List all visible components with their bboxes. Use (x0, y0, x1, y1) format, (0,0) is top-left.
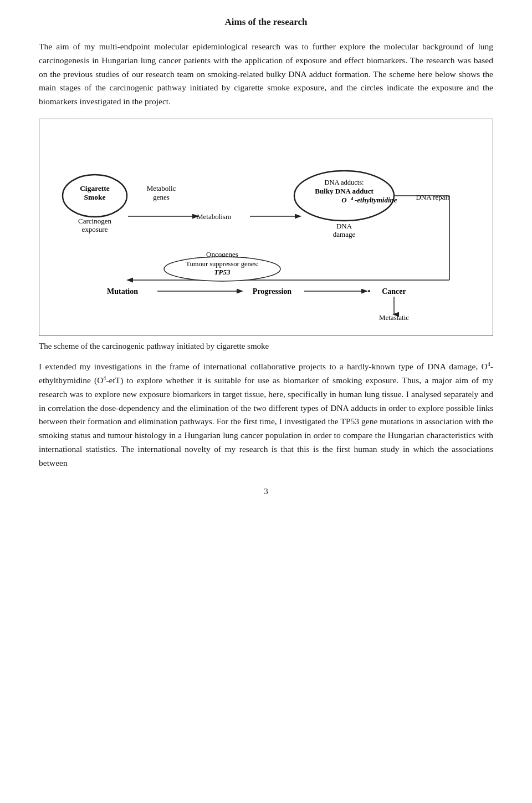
svg-text:Carcinogen: Carcinogen (78, 217, 111, 225)
svg-text:Metastatic: Metastatic (379, 313, 409, 322)
carcinogenic-pathway-diagram: Cigarette Smoke Carcinogen exposure Meta… (50, 136, 494, 324)
svg-text:Metabolism: Metabolism (197, 212, 231, 221)
svg-text:Cancer: Cancer (382, 287, 406, 296)
svg-text:genes: genes (386, 322, 402, 324)
paragraph-2: I extended my investigations in the fram… (39, 360, 493, 470)
diagram-caption: The scheme of the carcinogenic pathway i… (39, 342, 493, 351)
svg-text:Progression: Progression (253, 287, 291, 296)
svg-text:TP53: TP53 (214, 268, 231, 276)
page-title: Aims of the research (39, 17, 493, 28)
svg-text:-ethyltymidine: -ethyltymidine (355, 196, 397, 204)
page-number: 3 (39, 487, 493, 496)
svg-text:DNA: DNA (336, 222, 352, 230)
svg-text:genes: genes (153, 193, 170, 201)
svg-point-31 (368, 290, 370, 292)
svg-text:O: O (341, 196, 347, 204)
svg-text:Bulky DNA adduct: Bulky DNA adduct (315, 187, 374, 195)
svg-text:4: 4 (350, 196, 354, 201)
svg-text:Cigarette: Cigarette (80, 184, 110, 192)
svg-text:Metabolic: Metabolic (147, 184, 176, 192)
paragraph-1: The aim of my multi-endpoint molecular e… (39, 40, 493, 109)
svg-text:DNA repair: DNA repair (416, 193, 450, 201)
svg-text:Mutation: Mutation (107, 287, 138, 296)
svg-text:Smoke: Smoke (84, 193, 105, 201)
svg-text:exposure: exposure (82, 225, 108, 233)
diagram-box: Cigarette Smoke Carcinogen exposure Meta… (39, 119, 493, 336)
svg-text:damage: damage (333, 230, 356, 238)
svg-text:DNA adducts:: DNA adducts: (324, 179, 364, 186)
svg-text:Tumour suppressor  genes:: Tumour suppressor genes: (186, 260, 258, 268)
